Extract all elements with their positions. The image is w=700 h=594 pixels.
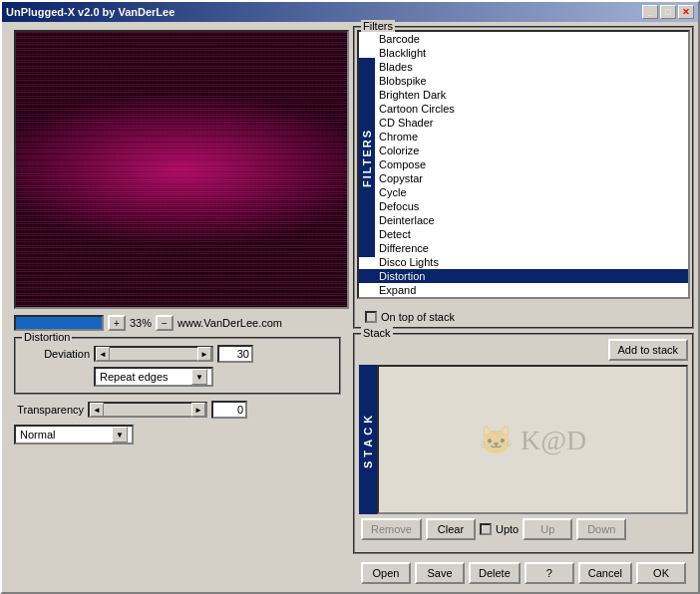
transparency-right-arrow[interactable]: ► xyxy=(191,403,205,417)
filter-item[interactable]: Chrome xyxy=(359,130,688,144)
transparency-label: Transparency xyxy=(14,404,84,416)
transparency-row: Transparency ◄ ► xyxy=(6,399,349,421)
filter-item[interactable]: Copystar xyxy=(359,171,688,185)
transparency-dropdown-arrow-icon[interactable]: ▼ xyxy=(112,427,128,443)
on-top-checkbox[interactable] xyxy=(365,311,377,323)
filter-item[interactable]: Compose xyxy=(359,157,688,171)
delete-button[interactable]: Delete xyxy=(469,562,521,584)
up-button[interactable]: Up xyxy=(523,518,572,540)
filter-item[interactable]: Deinterlace xyxy=(359,213,688,227)
stack-watermark: 🐱 K@D xyxy=(479,424,586,456)
filter-item[interactable]: Colorize xyxy=(359,144,688,157)
transparency-input[interactable] xyxy=(211,401,247,419)
preview-overlay xyxy=(16,32,347,307)
deviation-input[interactable] xyxy=(217,345,253,363)
stack-vertical-label: STACK xyxy=(359,365,377,514)
filters-group: Filters FILTERS Acid WaterfallAnti-Alias… xyxy=(353,26,694,329)
zoom-minus-button[interactable]: − xyxy=(156,315,174,331)
maximize-button[interactable]: □ xyxy=(660,5,676,19)
filters-vertical-label: FILTERS xyxy=(359,58,375,257)
close-button[interactable]: ✕ xyxy=(678,5,694,19)
filter-item[interactable]: Blades xyxy=(359,60,688,74)
minimize-button[interactable]: _ xyxy=(642,5,658,19)
deviation-right-arrow[interactable]: ► xyxy=(197,347,211,361)
zoom-plus-button[interactable]: + xyxy=(108,315,126,331)
transparency-mode-row: Normal ▼ xyxy=(6,425,349,445)
title-bar-controls: _ □ ✕ xyxy=(642,5,694,19)
filter-item[interactable]: Defocus xyxy=(359,199,688,213)
transparency-slider-inner[interactable] xyxy=(104,404,191,416)
transparency-slider[interactable]: ◄ ► xyxy=(88,402,207,418)
stack-group: Stack Add to stack STACK 🐱 K@D Remove Cl… xyxy=(353,333,694,554)
window-title: UnPlugged-X v2.0 by VanDerLee xyxy=(6,6,175,18)
stack-canvas: 🐱 K@D xyxy=(377,365,688,514)
deviation-slider-inner[interactable] xyxy=(110,348,197,360)
repeat-edges-dropdown[interactable]: Repeat edges ▼ xyxy=(94,367,213,387)
transparency-mode-label: Normal xyxy=(20,429,55,441)
ok-button[interactable]: OK xyxy=(636,562,686,584)
open-button[interactable]: Open xyxy=(361,562,411,584)
main-content: + 33% − www.VanDerLee.com Distortion Dev… xyxy=(2,22,698,592)
preview-area xyxy=(14,30,349,309)
clear-button[interactable]: Clear xyxy=(426,518,476,540)
stack-area: STACK 🐱 K@D xyxy=(359,365,688,514)
transparency-left-arrow[interactable]: ◄ xyxy=(90,403,104,417)
help-button[interactable]: ? xyxy=(525,562,574,584)
filter-item[interactable]: Brighten Dark xyxy=(359,88,688,102)
upto-label: Upto xyxy=(496,523,519,535)
dropdown-arrow-icon[interactable]: ▼ xyxy=(191,369,207,385)
filter-item[interactable]: Blobspike xyxy=(359,74,688,88)
filters-list[interactable]: Acid WaterfallAnti-AliasAuto EllipseBarc… xyxy=(357,30,690,299)
cancel-button[interactable]: Cancel xyxy=(578,562,632,584)
filter-item[interactable]: Difference xyxy=(359,241,688,255)
right-panel: Filters FILTERS Acid WaterfallAnti-Alias… xyxy=(353,26,694,588)
filter-item[interactable]: CD Shader xyxy=(359,116,688,130)
filter-item[interactable]: Cartoon Circles xyxy=(359,102,688,116)
left-panel: + 33% − www.VanDerLee.com Distortion Dev… xyxy=(6,26,349,588)
save-button[interactable]: Save xyxy=(415,562,465,584)
filter-item[interactable]: Disco Lights xyxy=(359,255,688,269)
zoom-url: www.VanDerLee.com xyxy=(177,317,282,329)
filter-item[interactable]: Expand xyxy=(359,283,688,297)
deviation-left-arrow[interactable]: ◄ xyxy=(96,347,110,361)
zoom-fill xyxy=(14,315,104,331)
on-top-row: On top of stack xyxy=(357,309,690,325)
deviation-label: Deviation xyxy=(20,348,90,360)
filters-list-inner: Acid WaterfallAnti-AliasAuto EllipseBarc… xyxy=(359,30,688,297)
transparency-mode-dropdown[interactable]: Normal ▼ xyxy=(14,425,134,445)
filter-item[interactable]: Distortion xyxy=(359,269,688,283)
repeat-edges-row: Repeat edges ▼ xyxy=(20,365,335,389)
stack-controls: Remove Clear Upto Up Down xyxy=(357,516,690,542)
title-bar: UnPlugged-X v2.0 by VanDerLee _ □ ✕ xyxy=(2,2,698,22)
filters-content: FILTERS Acid WaterfallAnti-AliasAuto Ell… xyxy=(357,30,690,309)
bottom-bar: Open Save Delete ? Cancel OK xyxy=(353,558,694,588)
add-to-stack-button[interactable]: Add to stack xyxy=(608,339,689,361)
filter-item[interactable]: Cycle xyxy=(359,185,688,199)
remove-button[interactable]: Remove xyxy=(361,518,422,540)
distortion-label: Distortion xyxy=(22,331,72,343)
stack-section-label: Stack xyxy=(361,327,393,339)
down-button[interactable]: Down xyxy=(576,518,626,540)
filter-item[interactable]: Detect xyxy=(359,227,688,241)
filters-section-label: Filters xyxy=(361,20,395,32)
deviation-row: Deviation ◄ ► xyxy=(20,343,335,365)
stack-header: Add to stack xyxy=(357,337,690,363)
upto-checkbox[interactable] xyxy=(480,523,492,535)
filter-item[interactable]: Blacklight xyxy=(359,46,688,60)
deviation-slider[interactable]: ◄ ► xyxy=(94,346,213,362)
upto-row: Upto xyxy=(480,523,519,535)
main-window: UnPlugged-X v2.0 by VanDerLee _ □ ✕ + 33… xyxy=(0,0,700,594)
on-top-label: On top of stack xyxy=(381,311,455,323)
zoom-percent: 33% xyxy=(130,317,152,329)
zoom-bar: + 33% − www.VanDerLee.com xyxy=(6,313,349,333)
distortion-group: Distortion Deviation ◄ ► Repeat edges xyxy=(14,337,341,395)
filters-list-wrapper: Acid WaterfallAnti-AliasAuto EllipseBarc… xyxy=(357,30,690,309)
repeat-edges-label: Repeat edges xyxy=(100,371,169,383)
filter-item[interactable]: Barcode xyxy=(359,32,688,46)
